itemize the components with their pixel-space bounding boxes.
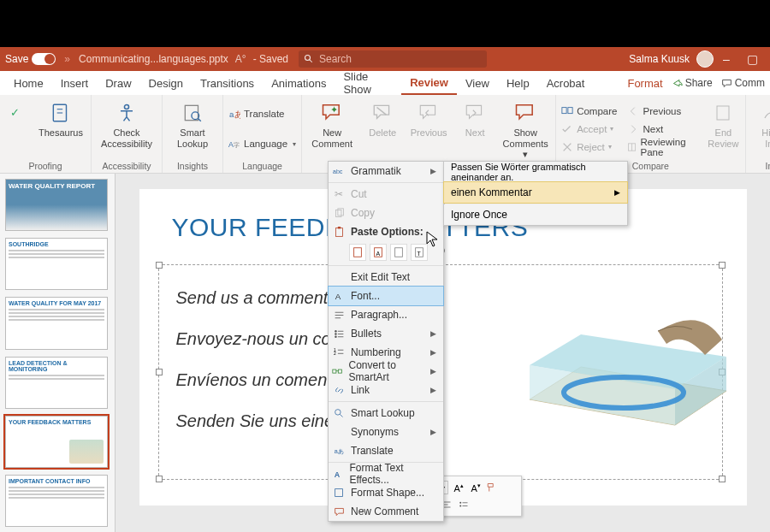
ctx-label: Exit Edit Text (351, 271, 410, 283)
tab-insert[interactable]: Insert (52, 73, 98, 94)
tab-help[interactable]: Help (498, 73, 538, 94)
ctx-new-comment[interactable]: New Comment (329, 502, 443, 521)
ctx-grammatik[interactable]: abc Grammatik ▶ (329, 162, 443, 180)
hide-ink-button[interactable]: HideInk (751, 98, 770, 159)
svg-rect-36 (395, 248, 403, 257)
comments-button[interactable]: Comm (721, 77, 765, 89)
thumbnail-pane[interactable]: WATER QUALITY REPORT SOUTHRIDGE WATER QU… (0, 174, 116, 532)
restore-button[interactable]: ▢ (739, 52, 765, 66)
ctx-paragraph[interactable]: Paragraph... (329, 305, 443, 324)
save-status: - Saved (253, 53, 288, 65)
group-label: Accessibility (97, 159, 157, 171)
resize-handle[interactable] (719, 262, 726, 269)
ctx-font[interactable]: A Font... (329, 287, 443, 305)
search-box[interactable]: Search (299, 50, 487, 68)
ctx-smartart[interactable]: Convert to SmartArt▶ (329, 362, 443, 381)
paste-option-2[interactable]: A (370, 244, 387, 261)
paste-option-1[interactable] (349, 244, 366, 261)
tab-transitions[interactable]: Transitions (192, 73, 263, 94)
minimize-button[interactable]: – (714, 52, 739, 66)
thesaurus-button[interactable]: Thesaurus (36, 98, 86, 159)
next-icon (627, 123, 639, 135)
slide-thumb-2[interactable]: SOUTHRIDGE (5, 238, 108, 290)
slide-graphic[interactable] (504, 280, 743, 442)
ctx-bullets[interactable]: Bullets▶ (329, 324, 443, 343)
show-comments-label: ShowComments ▾ (500, 127, 550, 160)
tab-format[interactable]: Format (619, 73, 671, 94)
ctx-translate[interactable]: aあ Translate (329, 441, 443, 460)
slide-thumb-4[interactable]: LEAD DETECTION & MONITORING (5, 357, 108, 409)
tab-draw[interactable]: Draw (97, 73, 139, 94)
ctx-format-text-effects[interactable]: A Format Text Effects... (329, 464, 443, 483)
compare-button[interactable]: Compare (561, 103, 617, 120)
delete-label: Delete (369, 127, 396, 139)
tab-design[interactable]: Design (140, 73, 192, 94)
ctx-format-shape[interactable]: Format Shape... (329, 483, 443, 502)
paste-option-4[interactable]: T (411, 244, 428, 261)
document-name[interactable]: Communicating...languages.pptx (79, 53, 228, 65)
resize-handle[interactable] (156, 476, 163, 482)
delete-comment-button[interactable]: Delete (362, 98, 403, 160)
ctx-link[interactable]: Link▶ (329, 381, 443, 399)
ctx-smart-lookup[interactable]: Smart Lookup (329, 404, 443, 423)
tab-view[interactable]: View (457, 73, 498, 94)
resize-handle[interactable] (719, 476, 726, 482)
pane-label: Reviewing Pane (641, 137, 697, 157)
ctx-copy[interactable]: Copy (329, 204, 443, 222)
reviewing-pane-button[interactable]: Reviewing Pane (627, 139, 696, 156)
slide-thumb-1[interactable]: WATER QUALITY REPORT (5, 179, 108, 231)
grow-font-button[interactable]: A▴ (452, 482, 465, 494)
tab-home[interactable]: Home (5, 73, 52, 94)
translate-button[interactable]: aあ Translate (228, 105, 296, 122)
autosave-toggle[interactable]: Save (5, 53, 56, 65)
compare-next-button[interactable]: Next (627, 121, 696, 138)
svg-rect-32 (337, 227, 340, 228)
scissors-icon: ✂ (332, 187, 346, 201)
chevron-right-icon: ▶ (430, 367, 436, 375)
ctx-exit-edit[interactable]: Exit Edit Text (329, 268, 443, 287)
format-painter-button[interactable] (486, 482, 500, 493)
svg-rect-53 (333, 369, 336, 373)
ctx-label: Format Text Effects... (349, 462, 436, 486)
submenu-suggestion[interactable]: einen Kommentar▶ (444, 182, 627, 203)
ctx-synonyms[interactable]: Synonyms▶ (329, 423, 443, 441)
ctx-cut[interactable]: ✂ Cut (329, 185, 443, 204)
end-review-button[interactable]: EndReview (707, 98, 739, 159)
language-button[interactable]: A字 Language ▾ (228, 135, 296, 152)
submenu-suggestion-header: Passen Sie Wörter grammatisch aneinander… (444, 162, 627, 182)
show-comments-button[interactable]: ShowComments ▾ (500, 98, 550, 160)
check-accessibility-button[interactable]: CheckAccessibility (97, 98, 157, 159)
reject-button[interactable]: Reject ▾ (561, 139, 617, 156)
next-comment-button[interactable]: Next (454, 98, 495, 160)
paste-option-3[interactable] (390, 244, 407, 261)
shrink-font-button[interactable]: A▾ (469, 482, 483, 494)
submenu-ignore-once[interactable]: Ignore Once (444, 204, 627, 225)
group-accessibility: CheckAccessibility Accessibility (92, 95, 163, 173)
numbering-icon: 12 (332, 346, 346, 359)
account-button[interactable]: Salma Kuusk (629, 50, 714, 68)
translate-icon: aあ (228, 108, 240, 120)
resize-handle[interactable] (156, 262, 163, 269)
context-menu[interactable]: abc Grammatik ▶ ✂ Cut Copy Paste Options… (328, 161, 444, 522)
new-comment-button[interactable]: ✦ NewComment (307, 98, 357, 160)
ctx-label: Cut (351, 188, 367, 200)
resize-handle[interactable] (156, 369, 163, 375)
device-bezel (0, 0, 770, 47)
compare-prev-button[interactable]: Previous (627, 103, 696, 120)
tab-acrobat[interactable]: Acrobat (538, 73, 594, 94)
tab-review[interactable]: Review (401, 72, 457, 95)
slide-thumb-6[interactable]: IMPORTANT CONTACT INFO (5, 475, 108, 527)
smart-lookup-button[interactable]: SmartLookup (168, 98, 217, 159)
share-button[interactable]: Share (672, 77, 713, 89)
previous-comment-button[interactable]: Previous (408, 98, 449, 160)
grammar-submenu[interactable]: Passen Sie Wörter grammatisch aneinander… (443, 161, 628, 226)
toggle-switch[interactable] (32, 53, 56, 65)
slide-thumb-5[interactable]: YOUR FEEDBACK MATTERS (5, 416, 108, 468)
spelling-button[interactable]: ✓ (5, 98, 31, 159)
chevron-right-icon: ▶ (430, 329, 436, 338)
accept-button[interactable]: Accept ▾ (561, 121, 617, 138)
bullets-mini-button[interactable] (459, 499, 472, 510)
slide-thumb-3[interactable]: WATER QUALITY FOR MAY 2017 (5, 297, 108, 349)
reject-label: Reject (577, 142, 605, 152)
tab-animations[interactable]: Animations (263, 73, 335, 94)
